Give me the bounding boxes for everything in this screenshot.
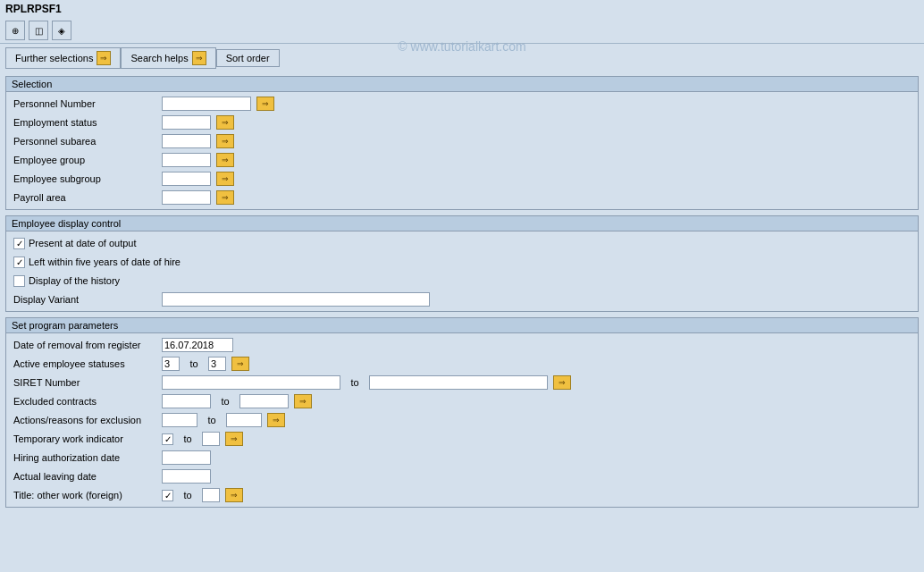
- excluded-contracts-arrow[interactable]: ⇒: [294, 394, 312, 408]
- toolbar-icon-1[interactable]: ⊕: [5, 21, 25, 40]
- field-row-employee-group: Employee group ⇒: [13, 152, 911, 168]
- field-row-personnel-subarea: Personnel subarea ⇒: [13, 133, 911, 149]
- field-row-employment-status: Employment status ⇒: [13, 114, 911, 130]
- temp-work-label: Temporary work indicator: [13, 433, 156, 444]
- title-other-work-arrow[interactable]: ⇒: [225, 488, 243, 502]
- toolbar-icon-2[interactable]: ◫: [29, 21, 48, 40]
- hiring-auth-input[interactable]: [162, 450, 211, 465]
- actions-reasons-to-label: to: [203, 415, 221, 425]
- tab-sort-order[interactable]: Sort order: [216, 49, 280, 67]
- checkbox-present-label: Present at date of output: [29, 238, 136, 248]
- employee-display-section: Employee display control Present at date…: [5, 215, 919, 312]
- checkbox-left-within[interactable]: [13, 257, 25, 268]
- siret-from-input[interactable]: [162, 375, 340, 390]
- temp-work-to-label: to: [179, 433, 197, 444]
- hiring-auth-label: Hiring authorization date: [13, 452, 156, 463]
- personnel-number-arrow[interactable]: ⇒: [256, 97, 274, 111]
- checkbox-row-left-within: Left within five years of date of hire: [13, 254, 911, 270]
- field-row-active-statuses: Active employee statuses to ⇒: [13, 356, 911, 372]
- program-params-section-title: Set program parameters: [6, 318, 918, 333]
- employment-status-input[interactable]: [162, 115, 211, 130]
- selection-section: Selection Personnel Number ⇒ Employment …: [5, 76, 919, 210]
- toolbar: ⊕ ◫ ◈ © www.tutorialkart.com: [0, 18, 924, 44]
- field-row-personnel-number: Personnel Number ⇒: [13, 96, 911, 112]
- removal-date-input[interactable]: [162, 338, 233, 352]
- field-row-temp-work: Temporary work indicator to ⇒: [13, 431, 911, 447]
- removal-date-label: Date of removal from register: [13, 340, 156, 350]
- tab-sort-order-label: Sort order: [226, 53, 270, 63]
- active-statuses-label: Active employee statuses: [13, 358, 156, 369]
- employee-subgroup-arrow[interactable]: ⇒: [216, 172, 234, 186]
- employee-display-section-title: Employee display control: [6, 216, 918, 231]
- active-statuses-to-label: to: [185, 358, 203, 369]
- program-params-section-body: Date of removal from register Active emp…: [6, 333, 918, 507]
- field-row-title-other-work: Title: other work (foreign) to ⇒: [13, 487, 911, 503]
- checkbox-display-history[interactable]: [13, 275, 25, 287]
- field-row-excluded-contracts: Excluded contracts to ⇒: [13, 393, 911, 409]
- leaving-date-label: Actual leaving date: [13, 471, 156, 482]
- temp-work-to-input[interactable]: [202, 432, 220, 446]
- checkbox-left-within-label: Left within five years of date of hire: [29, 257, 181, 267]
- siret-to-input[interactable]: [369, 375, 548, 390]
- field-row-leaving-date: Actual leaving date: [13, 468, 911, 484]
- siret-label: SIRET Number: [13, 377, 156, 388]
- active-statuses-to-input[interactable]: [208, 357, 226, 371]
- title-other-work-to-input[interactable]: [202, 488, 220, 502]
- employment-status-arrow[interactable]: ⇒: [216, 115, 234, 130]
- actions-reasons-arrow[interactable]: ⇒: [267, 413, 285, 427]
- field-row-employee-subgroup: Employee subgroup ⇒: [13, 171, 911, 187]
- checkbox-row-present: Present at date of output: [13, 235, 911, 251]
- tab-search-helps-label: Search helps: [130, 53, 188, 63]
- tab-further-selections[interactable]: Further selections ⇒: [5, 47, 121, 69]
- temp-work-arrow[interactable]: ⇒: [225, 432, 243, 446]
- personnel-number-input[interactable]: [162, 97, 251, 111]
- personnel-subarea-arrow[interactable]: ⇒: [216, 134, 234, 148]
- personnel-subarea-input[interactable]: [162, 134, 211, 148]
- excluded-contracts-to-input[interactable]: [239, 394, 289, 408]
- employee-display-section-body: Present at date of output Left within fi…: [6, 231, 918, 311]
- title-bar: RPLRPSF1: [0, 0, 924, 18]
- tab-further-selections-label: Further selections: [15, 53, 93, 63]
- actions-reasons-to-input[interactable]: [226, 413, 262, 427]
- employee-group-arrow[interactable]: ⇒: [216, 153, 234, 167]
- siret-to-label: to: [346, 377, 364, 388]
- main-content: Selection Personnel Number ⇒ Employment …: [0, 72, 924, 511]
- program-params-section: Set program parameters Date of removal f…: [5, 317, 919, 508]
- selection-section-body: Personnel Number ⇒ Employment status ⇒ P…: [6, 92, 918, 209]
- active-statuses-from-input[interactable]: [162, 357, 180, 371]
- checkbox-present[interactable]: [13, 238, 25, 249]
- field-row-hiring-auth: Hiring authorization date: [13, 450, 911, 466]
- field-row-removal-date: Date of removal from register: [13, 337, 911, 353]
- checkbox-row-display-history: Display of the history: [13, 273, 911, 289]
- checkbox-temp-work[interactable]: [162, 433, 173, 445]
- payroll-area-arrow[interactable]: ⇒: [216, 190, 234, 205]
- title-other-work-to-label: to: [179, 490, 197, 500]
- field-row-actions-reasons: Actions/reasons for exclusion to ⇒: [13, 412, 911, 428]
- personnel-subarea-label: Personnel subarea: [13, 136, 156, 147]
- checkbox-title-other-work[interactable]: [162, 490, 173, 501]
- excluded-contracts-from-input[interactable]: [162, 394, 211, 408]
- siret-arrow[interactable]: ⇒: [553, 375, 571, 390]
- employee-group-input[interactable]: [162, 153, 211, 167]
- actions-reasons-label: Actions/reasons for exclusion: [13, 415, 156, 425]
- toolbar-icon-3[interactable]: ◈: [52, 21, 71, 40]
- leaving-date-input[interactable]: [162, 469, 211, 484]
- tab-search-helps[interactable]: Search helps ⇒: [121, 47, 215, 69]
- active-statuses-arrow[interactable]: ⇒: [231, 357, 249, 371]
- field-row-payroll-area: Payroll area ⇒: [13, 189, 911, 206]
- checkbox-display-history-label: Display of the history: [29, 275, 120, 286]
- personnel-number-label: Personnel Number: [13, 98, 156, 109]
- employment-status-label: Employment status: [13, 117, 156, 128]
- employee-subgroup-label: Employee subgroup: [13, 173, 156, 184]
- display-variant-input[interactable]: [162, 292, 430, 307]
- employee-subgroup-input[interactable]: [162, 172, 211, 186]
- title-other-work-label: Title: other work (foreign): [13, 490, 156, 500]
- payroll-area-input[interactable]: [162, 190, 211, 205]
- tab-search-helps-arrow: ⇒: [192, 51, 206, 65]
- tab-bar: Further selections ⇒ Search helps ⇒ Sort…: [0, 44, 924, 72]
- app-title: RPLRPSF1: [5, 3, 62, 15]
- employee-group-label: Employee group: [13, 155, 156, 165]
- tab-further-selections-arrow: ⇒: [97, 51, 111, 65]
- excluded-contracts-label: Excluded contracts: [13, 396, 156, 407]
- actions-reasons-from-input[interactable]: [162, 413, 197, 427]
